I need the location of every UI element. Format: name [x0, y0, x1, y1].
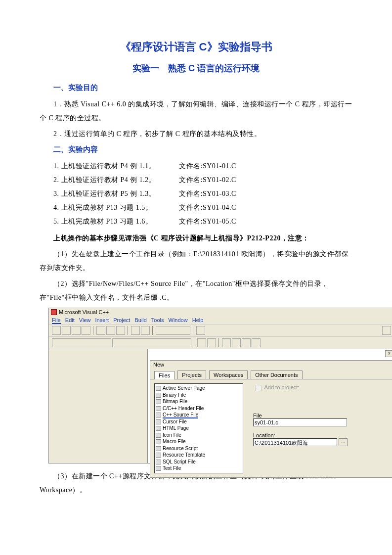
- item-desc: 1. 上机验证运行教材 P4 例 1.1。: [53, 159, 177, 173]
- item-desc: 2. 上机验证运行教材 P4 例 1.2。: [53, 173, 177, 187]
- location-input[interactable]: C:\2011314101欧阳海: [253, 438, 337, 446]
- item-desc: 4. 上机完成教材 P13 习题 1.5。: [53, 201, 177, 215]
- file-icon: [156, 393, 161, 398]
- tab-files[interactable]: Files: [154, 371, 174, 379]
- toolbar-combo[interactable]: [112, 338, 191, 347]
- section1-para1: 1．熟悉 Visual C++ 6.0 的集成环境，了解如何编辑、编译、连接和运…: [40, 97, 352, 125]
- content-item: 1. 上机验证运行教材 P4 例 1.1。 文件名:SY01-01.C: [53, 159, 352, 173]
- dialog-tabs: Files Projects Workspaces Other Document…: [150, 370, 392, 379]
- list-item: Resource Template: [156, 452, 242, 459]
- list-item: Cursor File: [156, 418, 242, 425]
- menu-view[interactable]: View: [79, 317, 91, 323]
- file-icon: [156, 446, 161, 451]
- list-item: HTML Page: [156, 425, 242, 432]
- menu-build[interactable]: Build: [134, 317, 146, 323]
- menu-project[interactable]: Project: [113, 317, 130, 323]
- item-desc: 3. 上机验证运行教材 P5 例 1.3。: [53, 187, 177, 201]
- list-item: SQL Script File: [156, 459, 242, 465]
- pane-button[interactable]: ?: [385, 350, 392, 357]
- location-label: Location:: [253, 432, 392, 438]
- list-item-selected: C++ Source File: [156, 412, 242, 418]
- ide-screenshot: Microsoft Visual C++ File Edit View Inse…: [48, 308, 392, 463]
- ide-menubar: File Edit View Insert Project Build Tool…: [49, 316, 392, 324]
- section2-heading: 二、实验内容: [53, 145, 352, 154]
- file-label: File: [253, 413, 392, 418]
- file-icon: [156, 453, 161, 458]
- menu-insert[interactable]: Insert: [95, 317, 109, 323]
- ide-workspace-pane: [49, 349, 148, 463]
- content-item: 2. 上机验证运行教材 P4 例 1.2。 文件名:SY01-02.C: [53, 173, 352, 187]
- toolbar-button[interactable]: [207, 338, 216, 347]
- doc-subtitle: 实验一 熟悉 C 语言的运行环境: [40, 62, 352, 74]
- item-desc: 5. 上机完成教材 P13 习题 1.6。: [53, 215, 177, 229]
- toolbar-button[interactable]: [382, 326, 391, 335]
- tab-projects[interactable]: Projects: [177, 370, 206, 379]
- content-item: 4. 上机完成教材 P13 习题 1.5。 文件名:SY01-04.C: [53, 201, 352, 215]
- toolbar-button[interactable]: [72, 326, 81, 335]
- new-dialog: New Files Projects Workspaces Other Docu…: [150, 360, 392, 478]
- toolbar-separator: [93, 326, 94, 335]
- file-input[interactable]: sy01-01.c: [253, 418, 347, 426]
- file-icon: [156, 399, 161, 404]
- ide-toolbar: [49, 324, 392, 337]
- item-filename: 文件名:SY01-04.C: [179, 201, 236, 215]
- toolbar-separator: [152, 326, 153, 335]
- menu-file[interactable]: File: [52, 317, 61, 324]
- toolbar-button[interactable]: [62, 326, 71, 335]
- item-filename: 文件名:SY01-01.C: [179, 159, 236, 173]
- ide-toolbar2: [49, 337, 392, 349]
- step2-text: （2）选择"File/New/Files/C++ Source File"，在"…: [40, 277, 352, 305]
- checkbox-icon[interactable]: [255, 385, 261, 391]
- file-icon: [156, 413, 161, 417]
- file-icon: [156, 439, 161, 444]
- toolbar-button[interactable]: [222, 338, 231, 347]
- toolbar-button[interactable]: [106, 326, 115, 335]
- item-filename: 文件名:SY01-05.C: [179, 215, 236, 229]
- toolbar-button[interactable]: [197, 338, 206, 347]
- tab-other-documents[interactable]: Other Documents: [251, 370, 302, 379]
- toolbar-separator: [193, 326, 194, 335]
- filetype-list[interactable]: Active Server Page Binary File Bitmap Fi…: [154, 383, 243, 473]
- file-icon: [156, 386, 161, 391]
- toolbar-button[interactable]: [141, 326, 150, 335]
- add-to-project-checkbox[interactable]: Add to project:: [253, 383, 392, 393]
- list-item: Active Server Page: [156, 385, 242, 392]
- app-icon: [51, 309, 57, 315]
- menu-window[interactable]: Window: [169, 317, 188, 323]
- section1-para2: 2．通过运行简单的 C 程序，初步了解 C 程序的基本结构及特性。: [40, 127, 352, 141]
- file-icon: [156, 433, 161, 438]
- list-item: Macro File: [156, 438, 242, 445]
- tab-workspaces[interactable]: Workspaces: [209, 370, 248, 379]
- toolbar-button[interactable]: [252, 338, 261, 347]
- toolbar-button[interactable]: [242, 338, 251, 347]
- list-item: Resource Script: [156, 445, 242, 452]
- toolbar-button[interactable]: [52, 326, 61, 335]
- toolbar-button[interactable]: [131, 326, 140, 335]
- section1-heading: 一、实验目的: [53, 83, 352, 92]
- toolbar-button[interactable]: [196, 326, 205, 335]
- content-item: 5. 上机完成教材 P13 习题 1.6。 文件名:SY01-05.C: [53, 215, 352, 229]
- file-icon: [156, 466, 161, 471]
- toolbar-combo[interactable]: [52, 338, 111, 347]
- menu-help[interactable]: Help: [192, 317, 204, 323]
- file-icon: [156, 406, 161, 411]
- list-item: C/C++ Header File: [156, 405, 242, 412]
- file-icon: [156, 419, 161, 424]
- toolbar-button[interactable]: [82, 326, 90, 335]
- browse-button[interactable]: ...: [339, 438, 348, 446]
- toolbar-combo[interactable]: [156, 326, 190, 335]
- toolbar-separator: [218, 338, 219, 347]
- dialog-title: New: [150, 361, 392, 369]
- toolbar-button[interactable]: [232, 338, 241, 347]
- menu-edit[interactable]: Edit: [65, 317, 75, 323]
- content-item: 3. 上机验证运行教材 P5 例 1.3。 文件名:SY01-03.C: [53, 187, 352, 201]
- file-icon: [156, 426, 161, 431]
- toolbar-button[interactable]: [116, 326, 125, 335]
- toolbar-button[interactable]: [96, 326, 105, 335]
- doc-title: 《程序设计语言 C》实验指导书: [40, 40, 352, 54]
- app-title: Microsoft Visual C++: [59, 309, 109, 315]
- step1-text: （1）先在硬盘上建立一个工作目录（例如：E:\2018314101 欧阳海），将…: [40, 247, 352, 275]
- toolbar-separator: [128, 326, 129, 335]
- list-item: Binary File: [156, 392, 242, 399]
- menu-tools[interactable]: Tools: [151, 317, 164, 323]
